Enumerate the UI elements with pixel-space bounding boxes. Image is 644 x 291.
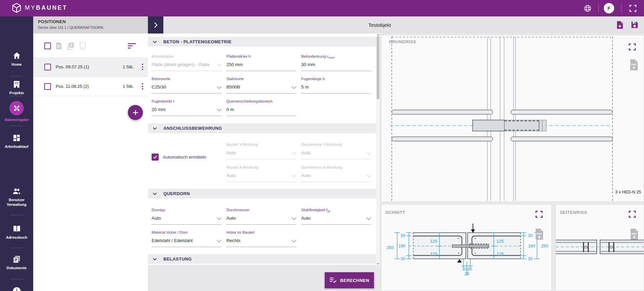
anzahl-x-select[interactable]: Auto <box>226 173 296 182</box>
sidebar-item-dateneingabe[interactable]: Dateneingabe <box>0 101 33 122</box>
scroll-up-arrow-icon[interactable] <box>377 34 379 36</box>
svg-text:30: 30 <box>400 233 405 238</box>
expand-panel-icon[interactable] <box>629 43 636 51</box>
user-avatar[interactable]: F <box>604 3 614 13</box>
select-all-checkbox[interactable] <box>44 43 51 49</box>
sidebar-divider <box>10 76 23 76</box>
collapse-positions-button[interactable] <box>148 16 163 34</box>
language-globe-icon[interactable] <box>584 5 591 12</box>
positions-panel: POSITIONEN Decke über UG 1 / QUERKRAFTDO… <box>33 16 148 291</box>
plattendicke-input[interactable]: 250 mm <box>226 62 296 71</box>
sort-icon[interactable] <box>128 43 136 49</box>
field-konstellation: Konstellation Platte (direkt gelagert) -… <box>152 54 221 71</box>
position-row[interactable]: Pos. 09.07.25 (1) 1 Stk. <box>33 57 148 77</box>
chevron-down-icon <box>292 150 296 155</box>
stahlsorte-select[interactable]: B500B <box>226 84 296 94</box>
sidebar-item-label: Adressbuch <box>4 235 30 240</box>
sidebar-item-adressbuch[interactable]: Adressbuch <box>0 224 33 240</box>
berechnen-button[interactable]: BERECHNEN <box>325 272 374 288</box>
position-label: Pos. 09.07.25 (1) <box>56 64 89 69</box>
field-label: Anzahl Y-Richtung <box>226 142 296 147</box>
fugenbreite-select[interactable]: 20 mm <box>152 107 221 116</box>
svg-text:190: 190 <box>528 243 535 248</box>
row-menu-icon[interactable] <box>142 64 143 70</box>
field-stahlfestigkeit: Stahlfestigkeit fyk Auto <box>301 208 371 225</box>
chevron-down-icon <box>217 62 221 66</box>
positions-header: POSITIONEN Decke über UG 1 / QUERKRAFTDO… <box>33 16 148 34</box>
dowel-type-annotation: 3 x HED-N 25 <box>615 190 641 194</box>
active-item-circle <box>9 101 24 115</box>
stahlfestigkeit-select[interactable]: Auto <box>301 216 371 225</box>
field-fugenlaenge: Fugenlänge b 5 m <box>301 77 371 94</box>
svg-text:DXF: DXF <box>537 232 542 235</box>
sidebar-divider <box>10 215 23 215</box>
schnitt-panel: 250 30 190 30 30 190 30 250 125 125 125 … <box>381 204 552 291</box>
durchmesser-x-select[interactable]: Auto <box>301 173 371 182</box>
scroll-down-arrow-icon[interactable] <box>377 263 379 265</box>
huelse-select[interactable]: Rechts <box>226 238 296 247</box>
anzahl-y-select[interactable]: Auto <box>226 150 296 159</box>
betondeckung-input[interactable]: 30 mm <box>301 62 371 71</box>
topbar-divider <box>621 4 622 13</box>
field-durchmesser-y: Durchmessr Y-Richtung Auto <box>301 142 371 159</box>
section-header-beton[interactable]: BETON - PLATTENGEOMETRIE <box>148 37 376 47</box>
position-row[interactable]: Pos. 11.08.25 (2) 1 Stk. <box>33 77 148 96</box>
material-select[interactable]: Edelstahl / Edelstahl <box>152 238 221 247</box>
dxf-download-icon[interactable]: DXF <box>630 59 638 70</box>
konstellation-select[interactable]: Platte (direkt gelagert) - Platte <box>152 62 221 71</box>
section-header-querdorn[interactable]: QUERDORN <box>148 189 376 198</box>
sidebar-item-label: Home <box>9 62 24 67</box>
row-checkbox[interactable] <box>44 83 51 90</box>
sidebar-item-info[interactable]: Info <box>0 287 33 291</box>
chevron-down-icon <box>367 173 371 177</box>
save-icon[interactable] <box>631 21 639 29</box>
sidebar-item-label: Arbeitsablauf <box>3 144 30 149</box>
automatisch-ermitteln-checkbox[interactable] <box>152 154 159 161</box>
section-header-belastung[interactable]: BELASTUNG <box>148 254 376 264</box>
svg-text:30: 30 <box>528 256 533 261</box>
row-checkbox[interactable] <box>44 64 51 70</box>
durchmesser-y-select[interactable]: Auto <box>301 150 371 159</box>
expand-panel-icon[interactable] <box>535 211 543 218</box>
section-header-anschlussbewehrung[interactable]: ANSCHLUSSBEWEHRUNG <box>148 123 376 133</box>
chevron-down-icon <box>292 84 296 89</box>
paste-position-icon[interactable] <box>79 42 87 50</box>
position-quantity: 1 Stk. <box>123 64 134 69</box>
expand-panel-icon[interactable] <box>629 211 636 218</box>
dxf-download-icon[interactable]: DXF <box>630 229 639 240</box>
form-scrollbar[interactable] <box>376 34 380 266</box>
field-label: Konstellation <box>152 54 221 59</box>
chevron-down-icon <box>153 192 157 195</box>
sidebar-item-dokumente[interactable]: Dokumente <box>0 255 33 271</box>
field-querverschiebung: Querverschiebungsbereich 0 m <box>226 99 296 116</box>
sidebar-item-projekte[interactable]: Projekte <box>0 80 33 96</box>
position-quantity: 1 Stk. <box>123 84 134 89</box>
chevron-down-icon <box>153 127 157 130</box>
dxf-download-icon[interactable]: DXF <box>535 229 544 240</box>
betonsorte-select[interactable]: C25/30 <box>152 84 221 94</box>
input-form-panel: BETON - PLATTENGEOMETRIE Konstellation P… <box>148 34 380 291</box>
sidebar-item-benutzer-verwaltung[interactable]: Benutzer Verwaltung <box>0 187 33 207</box>
chevron-down-icon <box>153 258 157 260</box>
sidebar-item-arbeitsablauf[interactable]: Arbeitsablauf <box>0 134 33 149</box>
new-position-icon[interactable] <box>55 42 62 50</box>
row-menu-icon[interactable] <box>142 83 143 90</box>
add-document-icon[interactable] <box>616 21 624 29</box>
brand[interactable]: MYBAUNET <box>12 3 67 13</box>
seitenriss-panel: SEITENRISS DXF <box>555 204 644 291</box>
field-label: Fugenbreite t <box>152 99 221 104</box>
section-title: ANSCHLUSSBEWEHRUNG <box>163 126 222 131</box>
schnitt-drawing: 250 30 190 30 30 190 30 250 125 125 125 … <box>381 205 551 291</box>
dorntyp-select[interactable]: Auto <box>152 216 221 225</box>
durchmesser-select[interactable]: Auto <box>226 216 296 225</box>
plus-icon <box>132 109 139 116</box>
scrollbar-thumb[interactable] <box>377 36 379 99</box>
field-stahlsorte: Stahlsorte B500B <box>226 77 296 94</box>
sidebar-item-home[interactable]: Home <box>0 51 33 67</box>
add-position-button[interactable] <box>128 105 143 120</box>
fugenlaenge-input[interactable]: 5 m <box>301 84 371 94</box>
querverschiebung-input[interactable]: 0 m <box>226 107 296 116</box>
address-book-icon <box>12 224 21 233</box>
fullscreen-icon[interactable] <box>629 5 637 12</box>
duplicate-position-icon[interactable] <box>67 42 74 50</box>
